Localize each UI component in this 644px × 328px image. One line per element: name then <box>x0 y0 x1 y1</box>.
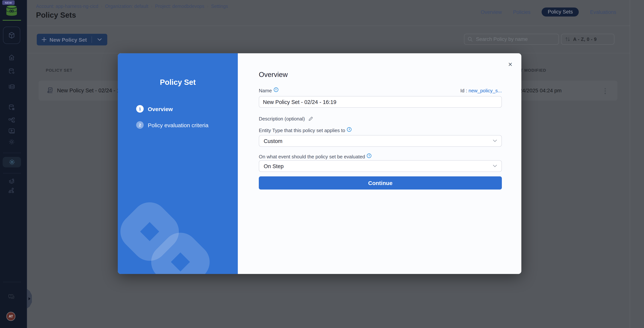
info-icon[interactable]: i <box>347 127 352 132</box>
description-row: Description (optional) <box>259 116 313 122</box>
info-icon[interactable]: i <box>367 153 372 158</box>
name-label-row: Name i <box>259 88 278 94</box>
chevron-down-icon <box>493 140 497 142</box>
info-icon[interactable]: i <box>274 87 278 92</box>
edit-pencil-icon[interactable] <box>308 116 313 121</box>
policy-set-wizard-modal: Policy Set 1 Overview 2 Policy evaluatio… <box>118 53 521 274</box>
event-select[interactable]: On Step <box>259 160 502 172</box>
id-link[interactable]: new_policy_s... <box>468 88 502 94</box>
app-window: Account: app-harness-ng-cicd › Organizat… <box>0 0 644 328</box>
harness-logo-watermark <box>118 53 238 274</box>
event-label-row: On what event should the policy set be e… <box>259 154 372 160</box>
id-prefix: Id : <box>460 88 468 94</box>
event-label: On what event should the policy set be e… <box>259 154 365 160</box>
name-label: Name <box>259 88 272 94</box>
close-icon[interactable]: × <box>508 61 512 68</box>
continue-button[interactable]: Continue <box>259 176 502 190</box>
entity-id: Id : new_policy_s... <box>460 88 502 94</box>
modal-heading: Overview <box>259 71 288 79</box>
chevron-down-icon <box>493 165 497 167</box>
entity-type-label: Entity Type that this policy set applies… <box>259 128 345 133</box>
entity-type-label-row: Entity Type that this policy set applies… <box>259 128 352 133</box>
name-input[interactable] <box>259 96 502 108</box>
entity-type-select[interactable]: Custom <box>259 135 502 147</box>
description-label: Description (optional) <box>259 116 305 122</box>
entity-type-value: Custom <box>264 138 282 144</box>
event-value: On Step <box>264 163 284 169</box>
wizard-panel: Policy Set 1 Overview 2 Policy evaluatio… <box>118 53 238 274</box>
